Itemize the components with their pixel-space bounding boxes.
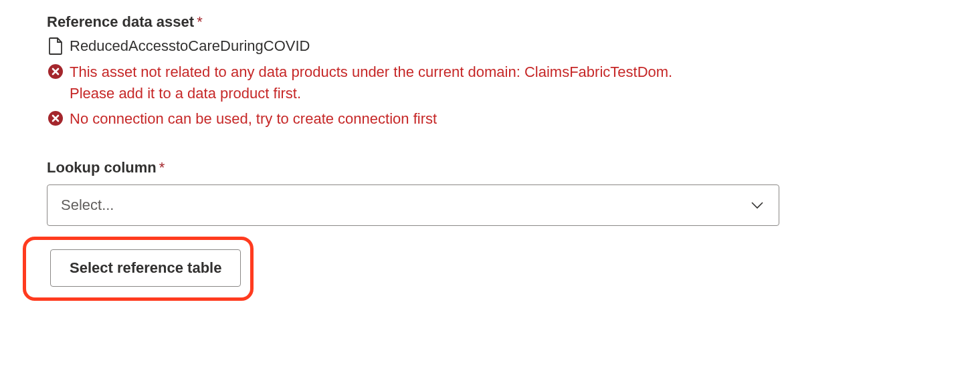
error-icon — [48, 111, 63, 126]
reference-data-asset-label: Reference data asset * — [47, 13, 933, 31]
lookup-column-select-wrapper: Select... — [47, 184, 933, 226]
file-icon — [48, 37, 63, 55]
highlight-annotation: Select reference table — [23, 237, 254, 301]
lookup-column-section: Lookup column * Select... — [47, 159, 933, 226]
action-row: Select reference table — [23, 237, 933, 301]
lookup-column-placeholder: Select... — [61, 197, 114, 214]
reference-asset-row: ReducedAccesstoCareDuringCOVID — [48, 37, 933, 55]
required-indicator: * — [159, 159, 165, 176]
error-row: This asset not related to any data produ… — [48, 61, 933, 104]
select-reference-table-button[interactable]: Select reference table — [50, 249, 241, 287]
required-indicator: * — [197, 13, 203, 31]
error-icon — [48, 64, 63, 79]
reference-data-asset-label-text: Reference data asset — [47, 13, 194, 31]
lookup-column-label: Lookup column * — [47, 159, 933, 176]
error-text: No connection can be used, try to create… — [70, 108, 437, 130]
lookup-column-label-text: Lookup column — [47, 159, 157, 176]
lookup-column-select[interactable]: Select... — [47, 184, 779, 226]
reference-asset-name: ReducedAccesstoCareDuringCOVID — [70, 37, 310, 55]
error-text: This asset not related to any data produ… — [70, 61, 712, 104]
error-row: No connection can be used, try to create… — [48, 108, 933, 130]
chevron-down-icon — [749, 197, 765, 213]
